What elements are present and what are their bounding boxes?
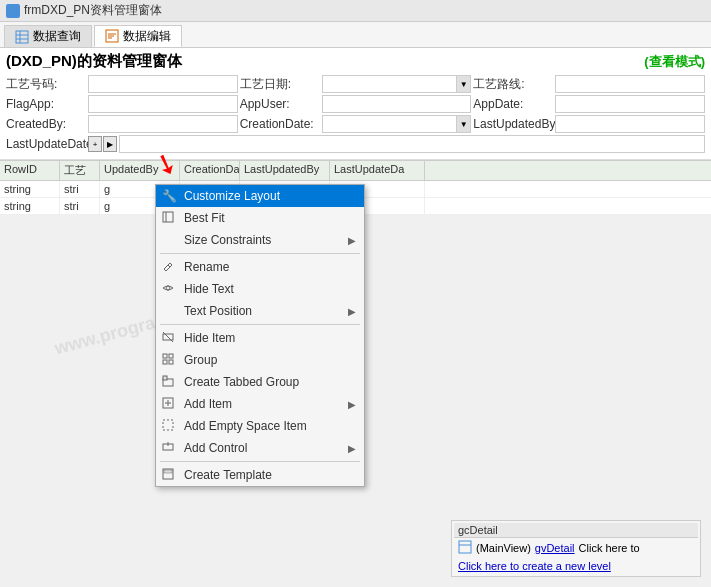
svg-rect-23 — [163, 420, 173, 430]
combo-arrow-creation[interactable]: ▼ — [456, 116, 470, 132]
hide-icon — [162, 331, 174, 346]
move-arrows: + ▶ — [88, 136, 117, 152]
gc-detail-row-1: (MainView) gvDetail Click here to — [454, 538, 698, 558]
input-process-num[interactable] — [88, 75, 238, 93]
move-left-btn[interactable]: + — [88, 136, 102, 152]
menu-label-group: Group — [184, 353, 217, 367]
tab-query[interactable]: 数据查询 — [4, 25, 92, 47]
col-lastupdateda: LastUpdateDa — [330, 161, 425, 180]
gc-detail-title: gcDetail — [458, 524, 498, 536]
form-row-2: FlagApp: AppUser: AppDate: — [6, 95, 705, 113]
cell-process-2: stri — [60, 198, 100, 214]
title-bar: frmDXD_PN资料管理窗体 — [0, 0, 711, 22]
edit-icon — [105, 29, 119, 43]
move-right-btn[interactable]: ▶ — [103, 136, 117, 152]
col-lastupdatedby: LastUpdatedBy — [240, 161, 330, 180]
gc-detail-icon — [458, 540, 472, 556]
tabgroup-icon — [162, 375, 174, 390]
label-creationdate: CreationDate: — [240, 117, 320, 131]
input-lastupdatedate[interactable] — [119, 135, 705, 153]
menu-item-customize-layout[interactable]: 🔧 Customize Layout — [156, 185, 364, 207]
form-row-4: LastUpdateDate: + ▶ — [6, 135, 705, 153]
label-appdate: AppDate: — [473, 97, 553, 111]
grid-header: RowID 工艺 UpdatedBy CreationDate LastUpda… — [0, 161, 711, 181]
svg-rect-14 — [163, 354, 167, 358]
menu-item-add-control[interactable]: Add Control ▶ — [156, 437, 364, 459]
menu-label-addempty: Add Empty Space Item — [184, 419, 307, 433]
combo-arrow-date[interactable]: ▼ — [456, 76, 470, 92]
input-flagapp[interactable] — [88, 95, 238, 113]
input-process-date[interactable]: ▼ — [322, 75, 472, 93]
menu-item-text-position[interactable]: Text Position ▶ — [156, 300, 364, 322]
group-icon — [162, 353, 174, 368]
input-appuser[interactable] — [322, 95, 472, 113]
menu-item-hide-item[interactable]: Hide Item — [156, 327, 364, 349]
label-process-date: 工艺日期: — [240, 76, 320, 93]
input-createdby[interactable] — [88, 115, 238, 133]
view-mode-label: (查看模式) — [644, 53, 705, 71]
gc-detail-link[interactable]: gvDetail — [535, 542, 575, 554]
gc-detail-action: Click here to — [579, 542, 640, 554]
gc-detail-new-level[interactable]: Click here to create a new level — [454, 558, 698, 574]
emptyspace-icon — [162, 419, 174, 434]
menu-label-bestfit: Best Fit — [184, 211, 225, 225]
cell-rowid-2: string — [0, 198, 60, 214]
svg-rect-0 — [16, 31, 28, 43]
input-lastupdatedby[interactable] — [555, 115, 705, 133]
menu-label-hideitem: Hide Item — [184, 331, 235, 345]
menu-sep-3 — [160, 461, 360, 462]
menu-item-hide-text[interactable]: Hide Text — [156, 278, 364, 300]
submenu-arrow-additem: ▶ — [348, 399, 356, 410]
form-row-1: 工艺号码: 工艺日期: ▼ 工艺路线: — [6, 75, 705, 93]
cell-rowid-1: string — [0, 181, 60, 197]
input-appdate[interactable] — [555, 95, 705, 113]
form-row-3: CreatedBy: CreationDate: ▼ LastUpdatedBy… — [6, 115, 705, 133]
menu-item-group[interactable]: Group — [156, 349, 364, 371]
rename-icon — [162, 260, 174, 275]
label-process-num: 工艺号码: — [6, 76, 86, 93]
menu-label-createtemplate: Create Template — [184, 468, 272, 482]
svg-rect-28 — [459, 541, 471, 553]
svg-rect-8 — [163, 212, 173, 222]
gc-detail-label: gcDetail — [454, 523, 698, 538]
menu-item-size-constraints[interactable]: Size Constraints ▶ — [156, 229, 364, 251]
svg-rect-17 — [169, 360, 173, 364]
label-process-route: 工艺路线: — [473, 76, 553, 93]
menu-item-add-item[interactable]: Add Item ▶ — [156, 393, 364, 415]
bestfit-icon — [162, 211, 174, 226]
additem-icon — [162, 397, 174, 412]
label-createdby: CreatedBy: — [6, 117, 86, 131]
svg-rect-15 — [169, 354, 173, 358]
svg-rect-19 — [163, 376, 167, 380]
menu-label-hidetext: Hide Text — [184, 282, 234, 296]
menu-label-tabbedgroup: Create Tabbed Group — [184, 375, 299, 389]
submenu-arrow-text: ▶ — [348, 306, 356, 317]
menu-label-addcontrol: Add Control — [184, 441, 247, 455]
menu-sep-1 — [160, 253, 360, 254]
menu-item-tabbed-group[interactable]: Create Tabbed Group — [156, 371, 364, 393]
label-lastupdatedate: LastUpdateDate: — [6, 137, 86, 151]
window-icon — [6, 4, 20, 18]
tab-edit[interactable]: 数据编辑 — [94, 25, 182, 47]
menu-label-customize: Customize Layout — [184, 189, 280, 203]
col-creationdate: CreationDate — [180, 161, 240, 180]
menu-item-rename[interactable]: Rename — [156, 256, 364, 278]
col-rowid: RowID — [0, 161, 60, 180]
svg-rect-16 — [163, 360, 167, 364]
menu-item-create-template[interactable]: Create Template — [156, 464, 364, 486]
submenu-arrow-size: ▶ — [348, 235, 356, 246]
addcontrol-icon — [162, 441, 174, 456]
svg-line-10 — [168, 265, 170, 267]
menu-item-add-empty[interactable]: Add Empty Space Item — [156, 415, 364, 437]
col-process: 工艺 — [60, 161, 100, 180]
tab-edit-label: 数据编辑 — [123, 28, 171, 45]
form-title: (DXD_PN)的资料管理窗体 (查看模式) — [6, 52, 705, 71]
menu-label-additem: Add Item — [184, 397, 232, 411]
wrench-icon: 🔧 — [162, 189, 177, 203]
input-creationdate[interactable]: ▼ — [322, 115, 472, 133]
menu-label-size: Size Constraints — [184, 233, 271, 247]
input-process-route[interactable] — [555, 75, 705, 93]
table-icon — [15, 30, 29, 44]
menu-item-best-fit[interactable]: Best Fit — [156, 207, 364, 229]
window-title: frmDXD_PN资料管理窗体 — [24, 2, 162, 19]
